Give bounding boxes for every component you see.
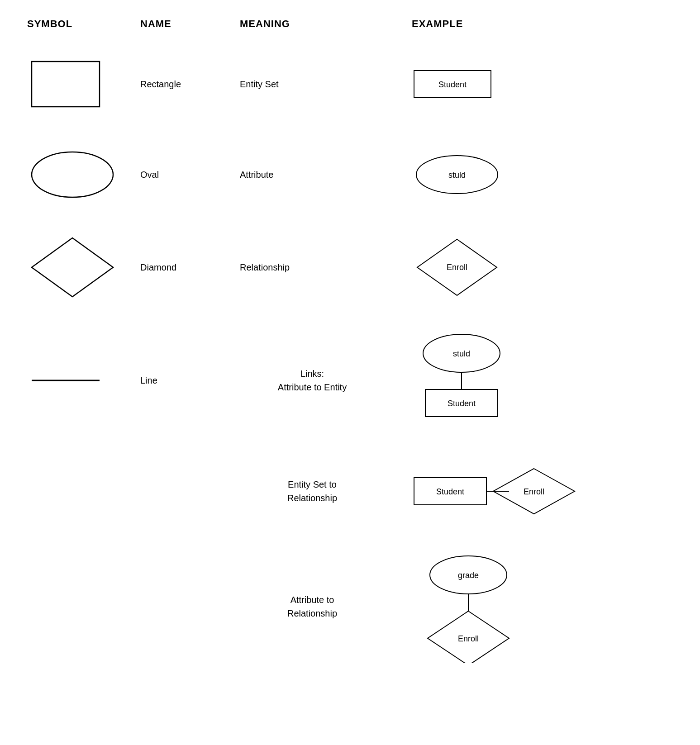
line-example-svg: stuld Student <box>412 328 511 432</box>
example-attribute-to-relationship: grade Enroll <box>385 550 673 663</box>
svg-text:Student: Student <box>438 80 467 89</box>
symbol-line <box>27 371 140 389</box>
symbol-rectangle <box>27 57 140 111</box>
row-rectangle: Rectangle Entity Set Student <box>27 52 673 116</box>
svg-text:Enroll: Enroll <box>447 263 467 272</box>
meaning-line-2: Attribute to Entity <box>278 380 347 394</box>
name-oval: Oval <box>140 170 240 180</box>
meaning-entity-to-relationship: Entity Set to Relationship <box>240 478 385 505</box>
svg-text:Enroll: Enroll <box>458 634 479 643</box>
svg-marker-6 <box>32 238 113 297</box>
etr-example-svg: Student Enroll <box>412 464 584 518</box>
meaning-attribute-to-relationship: Attribute to Relationship <box>240 593 385 620</box>
header-example: EXAMPLE <box>385 18 673 30</box>
diamond-example-svg: Enroll <box>412 236 502 299</box>
meaning-atr-1: Attribute to <box>290 593 334 607</box>
header-row: SYMBOL NAME MEANING EXAMPLE <box>27 18 673 34</box>
diamond-symbol-svg <box>27 233 118 301</box>
svg-rect-0 <box>32 62 100 107</box>
rectangle-symbol-svg <box>27 57 104 111</box>
meaning-diamond: Relationship <box>240 262 385 273</box>
example-diamond: Enroll <box>385 236 673 299</box>
header-meaning: MEANING <box>240 18 385 30</box>
meaning-oval: Attribute <box>240 170 385 180</box>
name-line: Line <box>140 375 240 386</box>
line-symbol-svg <box>27 371 104 389</box>
svg-point-3 <box>32 152 113 197</box>
row-oval: Oval Attribute stuld <box>27 143 673 206</box>
svg-text:Enroll: Enroll <box>524 487 544 496</box>
meaning-atr-2: Relationship <box>287 607 337 620</box>
meaning-etr-1: Entity Set to <box>288 478 337 491</box>
row-diamond: Diamond Relationship Enroll <box>27 233 673 301</box>
row-attribute-to-relationship: Attribute to Relationship grade Enroll <box>27 550 673 663</box>
meaning-etr-2: Relationship <box>287 491 337 505</box>
name-rectangle: Rectangle <box>140 79 240 90</box>
svg-text:stuld: stuld <box>448 171 466 180</box>
meaning-line-1: Links: <box>300 367 324 380</box>
symbol-diamond <box>27 233 140 301</box>
svg-text:stuld: stuld <box>453 349 470 358</box>
meaning-rectangle: Entity Set <box>240 79 385 90</box>
atr-example-svg: grade Enroll <box>412 550 525 663</box>
example-line: stuld Student <box>385 328 673 432</box>
page: SYMBOL NAME MEANING EXAMPLE Rectangle En… <box>0 0 700 704</box>
name-diamond: Diamond <box>140 262 240 273</box>
header-symbol: SYMBOL <box>27 18 140 30</box>
example-entity-to-relationship: Student Enroll <box>385 464 673 518</box>
example-rectangle: Student <box>385 66 673 102</box>
svg-text:Student: Student <box>436 487 464 496</box>
svg-text:grade: grade <box>458 571 479 580</box>
meaning-line: Links: Attribute to Entity <box>240 367 385 394</box>
symbol-oval <box>27 147 140 202</box>
example-oval: stuld <box>385 152 673 197</box>
row-line: Line Links: Attribute to Entity stuld St… <box>27 328 673 432</box>
rectangle-example-svg: Student <box>412 66 493 102</box>
header-name: NAME <box>140 18 240 30</box>
oval-symbol-svg <box>27 147 118 202</box>
oval-example-svg: stuld <box>412 152 502 197</box>
row-entity-to-relationship: Entity Set to Relationship Student Enrol… <box>27 455 673 527</box>
svg-text:Student: Student <box>448 399 476 408</box>
